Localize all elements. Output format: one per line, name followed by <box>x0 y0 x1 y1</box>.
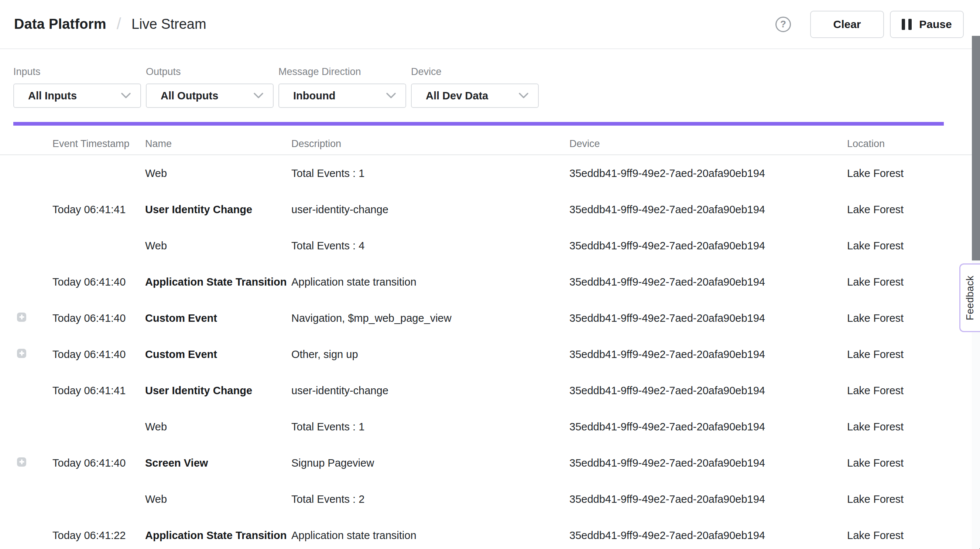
event-location-cell: Lake Forest <box>847 530 980 542</box>
event-name-cell: Custom Event <box>145 312 291 324</box>
event-location-cell: Lake Forest <box>847 421 980 433</box>
filter-bar: Inputs All Inputs Outputs All Outputs Me… <box>0 66 980 108</box>
header-location: Location <box>847 138 980 150</box>
event-description-cell: user-identity-change <box>291 385 570 397</box>
event-device-cell: 35eddb41-9ff9-49e2-7aed-20afa90eb194 <box>570 348 847 361</box>
filter-outputs: Outputs All Outputs <box>146 66 274 108</box>
event-timestamp-cell: Today 06:41:41 <box>52 204 145 216</box>
live-stream-page: Data Platform / Live Stream ? Clear Paus… <box>0 0 980 549</box>
table-row[interactable]: Today 06:41:40 Custom Event Navigation, … <box>0 300 980 336</box>
event-location-cell: Lake Forest <box>847 385 980 397</box>
event-timestamp-cell: Today 06:41:40 <box>52 457 145 469</box>
event-device-cell: 35eddb41-9ff9-49e2-7aed-20afa90eb194 <box>570 312 847 324</box>
breadcrumb: Data Platform / Live Stream <box>14 15 207 34</box>
event-device-cell: 35eddb41-9ff9-49e2-7aed-20afa90eb194 <box>570 385 847 397</box>
table-row[interactable]: Web Total Events : 1 35eddb41-9ff9-49e2-… <box>0 409 980 445</box>
header-description: Description <box>291 138 570 150</box>
header-event-timestamp: Event Timestamp <box>52 138 145 150</box>
device-dropdown-value: All Dev Data <box>426 90 488 102</box>
event-description-cell: Application state transition <box>291 276 570 288</box>
event-description-cell: Application state transition <box>291 530 570 542</box>
event-description-cell: Navigation, $mp_web_page_view <box>291 312 570 324</box>
expand-row-button[interactable] <box>17 349 26 358</box>
help-icon[interactable]: ? <box>775 17 791 32</box>
event-name-cell: Application State Transition <box>145 276 291 288</box>
event-timestamp-cell: Today 06:41:40 <box>52 348 145 361</box>
event-device-cell: 35eddb41-9ff9-49e2-7aed-20afa90eb194 <box>570 493 847 505</box>
pause-button[interactable]: Pause <box>890 11 964 38</box>
event-device-cell: 35eddb41-9ff9-49e2-7aed-20afa90eb194 <box>570 457 847 469</box>
chevron-down-icon <box>254 93 263 99</box>
event-table: Event Timestamp Name Description Device … <box>0 126 980 549</box>
stream-progress-bar <box>13 122 944 126</box>
header-actions: ? Clear Pause <box>775 11 964 38</box>
table-row[interactable]: Today 06:41:40 Application State Transit… <box>0 264 980 300</box>
pause-button-label: Pause <box>919 18 951 31</box>
event-device-cell: 35eddb41-9ff9-49e2-7aed-20afa90eb194 <box>570 168 847 180</box>
event-name-cell: Screen View <box>145 457 291 469</box>
event-rows: Web Total Events : 1 35eddb41-9ff9-49e2-… <box>0 155 980 549</box>
table-row[interactable]: Today 06:41:41 User Identity Change user… <box>0 192 980 228</box>
page-header: Data Platform / Live Stream ? Clear Paus… <box>0 0 980 49</box>
breadcrumb-data-platform[interactable]: Data Platform <box>14 16 107 32</box>
filter-message-direction-label: Message Direction <box>278 66 406 78</box>
outputs-dropdown-value: All Outputs <box>161 90 218 102</box>
filter-inputs-label: Inputs <box>13 66 141 78</box>
expand-row-button[interactable] <box>17 457 26 467</box>
event-timestamp-cell: Today 06:41:40 <box>52 276 145 288</box>
message-direction-dropdown-value: Inbound <box>293 90 335 102</box>
event-description-cell: Total Events : 1 <box>291 168 570 180</box>
feedback-tab[interactable]: Feedback <box>959 263 980 332</box>
device-dropdown[interactable]: All Dev Data <box>411 83 539 108</box>
expand-row-button[interactable] <box>17 313 26 322</box>
inputs-dropdown-value: All Inputs <box>28 90 77 102</box>
event-timestamp-cell: Today 06:41:40 <box>52 312 145 324</box>
filter-inputs: Inputs All Inputs <box>13 66 141 108</box>
vertical-scrollbar-thumb[interactable] <box>972 36 980 260</box>
header-device: Device <box>570 138 847 150</box>
event-location-cell: Lake Forest <box>847 457 980 469</box>
inputs-dropdown[interactable]: All Inputs <box>13 83 141 108</box>
table-row[interactable]: Web Total Events : 2 35eddb41-9ff9-49e2-… <box>0 481 980 517</box>
feedback-tab-label: Feedback <box>964 276 976 320</box>
page-title: Live Stream <box>132 16 207 32</box>
event-location-cell: Lake Forest <box>847 493 980 505</box>
event-name-cell: Web <box>145 493 291 505</box>
filter-device: Device All Dev Data <box>411 66 539 108</box>
event-device-cell: 35eddb41-9ff9-49e2-7aed-20afa90eb194 <box>570 421 847 433</box>
event-location-cell: Lake Forest <box>847 168 980 180</box>
event-timestamp-cell: Today 06:41:41 <box>52 385 145 397</box>
table-header-row: Event Timestamp Name Description Device … <box>0 126 980 155</box>
event-name-cell: User Identity Change <box>145 385 291 397</box>
pause-icon <box>902 19 912 30</box>
event-location-cell: Lake Forest <box>847 204 980 216</box>
message-direction-dropdown[interactable]: Inbound <box>278 83 406 108</box>
event-name-cell: Web <box>145 240 291 252</box>
table-row[interactable]: Web Total Events : 1 35eddb41-9ff9-49e2-… <box>0 155 980 192</box>
table-row[interactable]: Today 06:41:22 Application State Transit… <box>0 517 980 549</box>
event-device-cell: 35eddb41-9ff9-49e2-7aed-20afa90eb194 <box>570 204 847 216</box>
chevron-down-icon <box>519 93 528 99</box>
event-description-cell: Total Events : 1 <box>291 421 570 433</box>
table-row[interactable]: Today 06:41:40 Custom Event Other, sign … <box>0 336 980 372</box>
event-name-cell: User Identity Change <box>145 204 291 216</box>
filter-message-direction: Message Direction Inbound <box>278 66 406 108</box>
table-row[interactable]: Today 06:41:40 Screen View Signup Pagevi… <box>0 445 980 481</box>
event-description-cell: Signup Pageview <box>291 457 570 469</box>
event-timestamp-cell: Today 06:41:22 <box>52 530 145 542</box>
event-name-cell: Application State Transition <box>145 530 291 542</box>
event-name-cell: Web <box>145 168 291 180</box>
event-location-cell: Lake Forest <box>847 240 980 252</box>
table-row[interactable]: Web Total Events : 4 35eddb41-9ff9-49e2-… <box>0 228 980 264</box>
event-description-cell: Total Events : 4 <box>291 240 570 252</box>
table-row[interactable]: Today 06:41:41 User Identity Change user… <box>0 372 980 409</box>
event-device-cell: 35eddb41-9ff9-49e2-7aed-20afa90eb194 <box>570 240 847 252</box>
chevron-down-icon <box>121 93 131 99</box>
event-description-cell: Total Events : 2 <box>291 493 570 505</box>
filter-device-label: Device <box>411 66 539 78</box>
header-name: Name <box>145 138 291 150</box>
event-description-cell: Other, sign up <box>291 348 570 361</box>
outputs-dropdown[interactable]: All Outputs <box>146 83 274 108</box>
clear-button[interactable]: Clear <box>810 11 884 38</box>
event-name-cell: Custom Event <box>145 348 291 361</box>
